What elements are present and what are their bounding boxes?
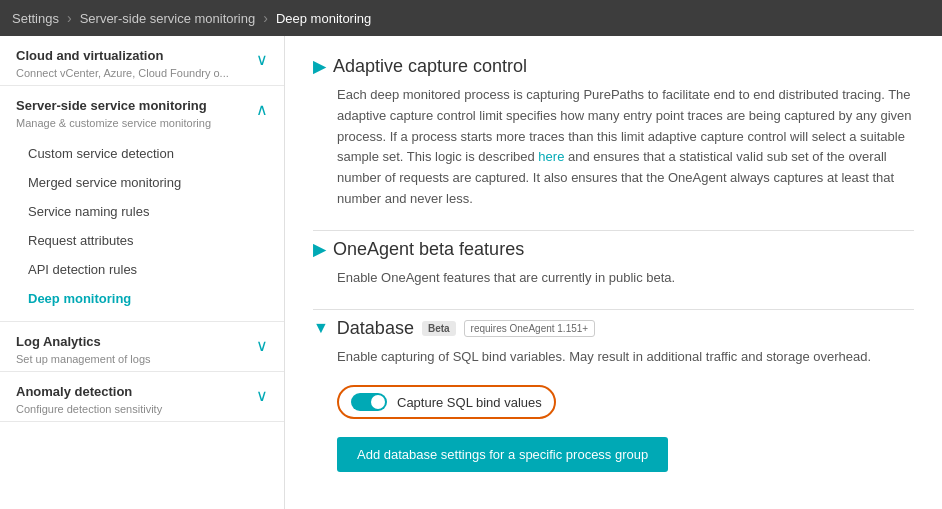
breadcrumb-sep-1: › (67, 10, 72, 26)
sidebar-section-cloud: Cloud and virtualization Connect vCenter… (0, 36, 284, 86)
sidebar-section-server-subtitle: Manage & customize service monitoring (16, 117, 211, 129)
oneagent-beta-title: OneAgent beta features (333, 239, 524, 260)
badge-version: requires OneAgent 1.151+ (464, 320, 596, 337)
sidebar-item-custom-service[interactable]: Custom service detection (0, 139, 284, 168)
adaptive-link[interactable]: here (538, 149, 564, 164)
breadcrumb: Settings › Server-side service monitorin… (0, 0, 942, 36)
sidebar-section-cloud-header[interactable]: Cloud and virtualization Connect vCenter… (0, 36, 284, 85)
sidebar-section-server: Server-side service monitoring Manage & … (0, 86, 284, 322)
database-title: Database (337, 318, 414, 339)
oneagent-beta-desc: Enable OneAgent features that are curren… (337, 268, 914, 289)
sidebar-section-log-subtitle: Set up management of logs (16, 353, 151, 365)
sidebar-section-cloud-title: Cloud and virtualization (16, 48, 229, 65)
sidebar: Cloud and virtualization Connect vCenter… (0, 36, 285, 509)
divider-1 (313, 230, 914, 231)
sidebar-section-log-header[interactable]: Log Analytics Set up management of logs … (0, 322, 284, 371)
capture-sql-toggle-row[interactable]: Capture SQL bind values (337, 385, 556, 419)
sidebar-item-service-naming[interactable]: Service naming rules (0, 197, 284, 226)
adaptive-capture-section: ▶ Adaptive capture control Each deep mon… (313, 56, 914, 210)
chevron-down-icon-anomaly: ∨ (256, 386, 268, 405)
breadcrumb-settings[interactable]: Settings (12, 11, 59, 26)
chevron-down-icon: ∨ (256, 50, 268, 69)
breadcrumb-sep-2: › (263, 10, 268, 26)
collapse-arrow-database: ▼ (313, 319, 329, 337)
sidebar-subitems-server: Custom service detection Merged service … (0, 135, 284, 321)
database-section: ▼ Database Beta requires OneAgent 1.151+… (313, 318, 914, 473)
database-header[interactable]: ▼ Database Beta requires OneAgent 1.151+ (313, 318, 914, 339)
database-desc: Enable capturing of SQL bind variables. … (337, 347, 914, 368)
sidebar-section-anomaly-subtitle: Configure detection sensitivity (16, 403, 162, 415)
sidebar-section-anomaly-title: Anomaly detection (16, 384, 162, 401)
collapse-arrow-adaptive: ▶ (313, 57, 325, 76)
chevron-up-icon: ∧ (256, 100, 268, 119)
oneagent-beta-section: ▶ OneAgent beta features Enable OneAgent… (313, 239, 914, 289)
capture-sql-toggle[interactable] (351, 393, 387, 411)
add-database-settings-button[interactable]: Add database settings for a specific pro… (337, 437, 668, 472)
divider-2 (313, 309, 914, 310)
sidebar-item-merged-service[interactable]: Merged service monitoring (0, 168, 284, 197)
sidebar-section-anomaly: Anomaly detection Configure detection se… (0, 372, 284, 422)
adaptive-capture-desc: Each deep monitored process is capturing… (337, 85, 914, 210)
sidebar-section-cloud-subtitle: Connect vCenter, Azure, Cloud Foundry o.… (16, 67, 229, 79)
sidebar-item-deep-monitoring[interactable]: Deep monitoring (0, 284, 284, 313)
sidebar-section-anomaly-header[interactable]: Anomaly detection Configure detection se… (0, 372, 284, 421)
sidebar-item-api-detection[interactable]: API detection rules (0, 255, 284, 284)
adaptive-capture-title: Adaptive capture control (333, 56, 527, 77)
badge-beta: Beta (422, 321, 456, 336)
oneagent-beta-header[interactable]: ▶ OneAgent beta features (313, 239, 914, 260)
breadcrumb-deep[interactable]: Deep monitoring (276, 11, 371, 26)
adaptive-capture-header[interactable]: ▶ Adaptive capture control (313, 56, 914, 77)
sidebar-section-server-header[interactable]: Server-side service monitoring Manage & … (0, 86, 284, 135)
sidebar-section-server-title: Server-side service monitoring (16, 98, 211, 115)
sidebar-section-log-title: Log Analytics (16, 334, 151, 351)
database-title-row: Database Beta requires OneAgent 1.151+ (337, 318, 595, 339)
main-layout: Cloud and virtualization Connect vCenter… (0, 36, 942, 509)
content-area: ▶ Adaptive capture control Each deep mon… (285, 36, 942, 509)
breadcrumb-server[interactable]: Server-side service monitoring (80, 11, 256, 26)
sidebar-item-request-attributes[interactable]: Request attributes (0, 226, 284, 255)
toggle-knob (371, 395, 385, 409)
collapse-arrow-oneagent: ▶ (313, 240, 325, 259)
chevron-down-icon-log: ∨ (256, 336, 268, 355)
capture-sql-label: Capture SQL bind values (397, 395, 542, 410)
sidebar-section-log: Log Analytics Set up management of logs … (0, 322, 284, 372)
